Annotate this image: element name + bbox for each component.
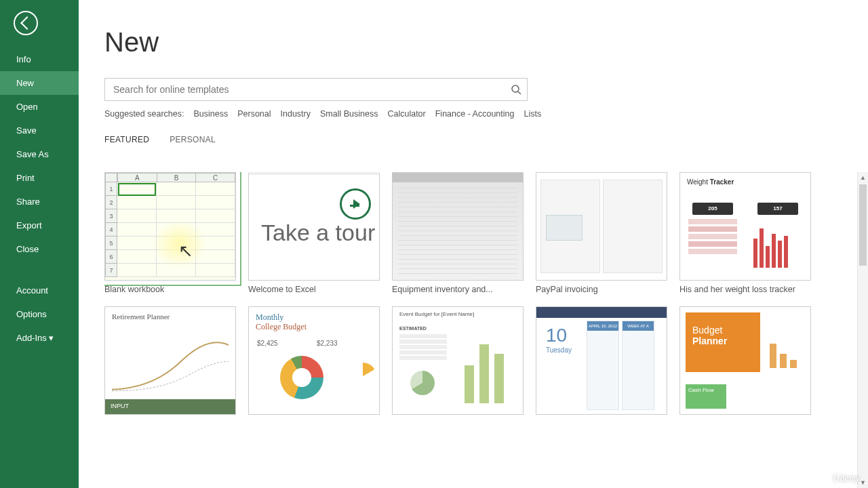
template-search[interactable] [104, 78, 528, 101]
template-label: PayPal invoicing [536, 285, 667, 294]
template-college-budget[interactable]: Monthly College Budget $2,425 $2,233 [248, 306, 380, 415]
equipment-thumb [392, 172, 524, 281]
template-label: Blank workbook [104, 285, 236, 294]
nav-save[interactable]: Save [0, 119, 79, 142]
suggested-finance[interactable]: Finance - Accounting [435, 109, 515, 119]
suggested-calculator[interactable]: Calculator [387, 109, 425, 119]
cursor-icon: ↖ [178, 241, 193, 262]
watermark: Udemy [833, 473, 860, 484]
template-budget-planner[interactable]: BudgetPlanner Cash Flow [679, 306, 811, 415]
template-label: His and her weight loss tracker [679, 285, 811, 294]
budget-thumb: BudgetPlanner Cash Flow [679, 306, 811, 415]
scroll-up-icon[interactable]: ▲ [858, 172, 868, 183]
back-button[interactable] [14, 11, 38, 35]
template-grid-scroll: A B C 1 2 3 4 5 6 7 ↖ Blank workbook [104, 172, 854, 488]
template-blank-workbook[interactable]: A B C 1 2 3 4 5 6 7 ↖ Blank workbook [104, 172, 236, 294]
template-label: Equipment inventory and... [392, 285, 524, 294]
suggested-business[interactable]: Business [193, 109, 228, 119]
page-title: New [104, 27, 868, 58]
vertical-scrollbar[interactable]: ▲ ▼ [857, 172, 868, 488]
nav-close[interactable]: Close [0, 237, 79, 261]
tab-featured[interactable]: FEATURED [104, 135, 149, 144]
svg-point-0 [512, 85, 519, 92]
tab-personal[interactable]: PERSONAL [170, 135, 216, 144]
suggested-lists[interactable]: Lists [524, 109, 541, 119]
nav-info[interactable]: Info [0, 47, 79, 71]
nav-print[interactable]: Print [0, 166, 79, 190]
nav-open[interactable]: Open [0, 95, 79, 119]
template-event-budget[interactable]: Event Budget for [Event Name] ESTIMATED [392, 306, 524, 415]
nav-export[interactable]: Export [0, 214, 79, 237]
back-arrow-icon [20, 16, 34, 30]
college-thumb: Monthly College Budget $2,425 $2,233 [248, 306, 380, 415]
svg-line-1 [518, 92, 521, 94]
template-label: Welcome to Excel [248, 285, 380, 294]
retirement-thumb: Retirement Planner INPUT [104, 306, 236, 415]
template-paypal-invoicing[interactable]: PayPal invoicing [536, 172, 667, 294]
template-grid: A B C 1 2 3 4 5 6 7 ↖ Blank workbook [104, 172, 854, 415]
suggested-label: Suggested searches: [104, 109, 184, 119]
search-input[interactable] [113, 84, 511, 95]
weekly-thumb: 10 Tuesday APRIL 10, 2012 WEEK AT A [536, 306, 667, 415]
paypal-thumb [536, 172, 667, 281]
nav-account[interactable]: Account [0, 279, 79, 302]
template-equipment-inventory[interactable]: Equipment inventory and... [392, 172, 524, 294]
search-icon[interactable] [511, 84, 521, 95]
suggested-small-business[interactable]: Small Business [320, 109, 378, 119]
nav-options[interactable]: Options [0, 302, 79, 326]
main-panel: New Suggested searches: Business Persona… [79, 0, 868, 488]
template-retirement-planner[interactable]: Retirement Planner INPUT [104, 306, 236, 415]
event-thumb: Event Budget for [Event Name] ESTIMATED [392, 306, 524, 415]
backstage-sidebar: Info New Open Save Save As Print Share E… [0, 0, 79, 488]
suggested-industry[interactable]: Industry [281, 109, 311, 119]
template-weekly-planner[interactable]: 10 Tuesday APRIL 10, 2012 WEEK AT A [536, 306, 667, 415]
scroll-thumb[interactable] [859, 184, 867, 266]
tour-text: Take a tour [261, 221, 375, 245]
template-tabs: FEATURED PERSONAL [104, 135, 868, 144]
nav-share[interactable]: Share [0, 190, 79, 214]
suggested-searches: Suggested searches: Business Personal In… [104, 109, 868, 119]
nav-save-as[interactable]: Save As [0, 142, 79, 166]
suggested-personal[interactable]: Personal [237, 109, 271, 119]
tour-thumb: Take a tour [248, 172, 380, 281]
blank-workbook-thumb: A B C 1 2 3 4 5 6 7 ↖ [104, 172, 236, 281]
nav-addins[interactable]: Add-Ins ▾ [0, 326, 79, 350]
template-weight-tracker[interactable]: Weight Tracker 205 157 His and her weigh… [679, 172, 811, 294]
template-welcome[interactable]: Take a tour Welcome to Excel [248, 172, 380, 294]
nav-new[interactable]: New [0, 71, 79, 95]
tour-arrow-icon [340, 188, 371, 220]
weight-thumb: Weight Tracker 205 157 [679, 172, 811, 281]
